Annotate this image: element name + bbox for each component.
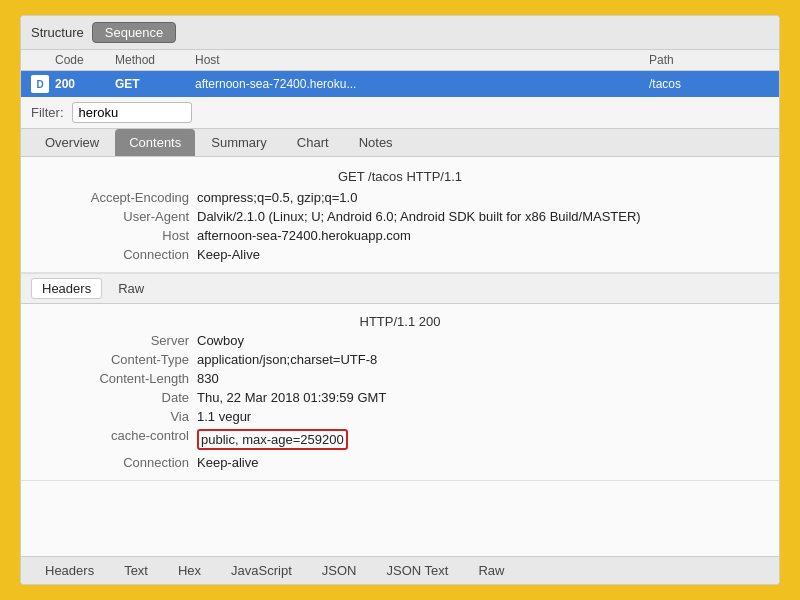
header-key: Host <box>37 228 197 243</box>
col-header-method: Method <box>115 53 195 67</box>
main-panel: Structure Sequence Code Method Host Path… <box>20 15 780 585</box>
sub-tab-raw[interactable]: Raw <box>108 279 154 298</box>
filter-row: Filter: <box>21 97 779 129</box>
tab-notes[interactable]: Notes <box>345 129 407 156</box>
header-key: Server <box>37 333 197 348</box>
request-header-row: Accept-Encodingcompress;q=0.5, gzip;q=1.… <box>37 188 763 207</box>
header-value: compress;q=0.5, gzip;q=1.0 <box>197 190 357 205</box>
col-header-host: Host <box>195 53 649 67</box>
filter-label: Filter: <box>31 105 64 120</box>
request-header-row: ConnectionKeep-Alive <box>37 245 763 264</box>
tab-contents[interactable]: Contents <box>115 129 195 156</box>
response-header-row: cache-controlpublic, max-age=259200 <box>37 426 763 453</box>
header-value: Keep-Alive <box>197 247 260 262</box>
header-key: Via <box>37 409 197 424</box>
response-header-row: Content-Length830 <box>37 369 763 388</box>
row-method: GET <box>115 77 195 91</box>
header-key: Connection <box>37 247 197 262</box>
header-key: Content-Length <box>37 371 197 386</box>
header-key: Accept-Encoding <box>37 190 197 205</box>
header-key: Connection <box>37 455 197 470</box>
header-key: Date <box>37 390 197 405</box>
response-header-row: Content-Typeapplication/json;charset=UTF… <box>37 350 763 369</box>
request-section: GET /tacos HTTP/1.1 Accept-Encodingcompr… <box>21 157 779 273</box>
bottom-tab[interactable]: JavaScript <box>217 557 306 584</box>
row-host: afternoon-sea-72400.heroku... <box>195 77 649 91</box>
header-value: application/json;charset=UTF-8 <box>197 352 377 367</box>
header-value: 830 <box>197 371 219 386</box>
bottom-tab[interactable]: Text <box>110 557 162 584</box>
structure-label: Structure <box>31 25 84 40</box>
content-area: GET /tacos HTTP/1.1 Accept-Encodingcompr… <box>21 157 779 556</box>
sub-tab-headers[interactable]: Headers <box>31 278 102 299</box>
sequence-button[interactable]: Sequence <box>92 22 177 43</box>
bottom-tab[interactable]: Hex <box>164 557 215 584</box>
request-header-row: User-AgentDalvik/2.1.0 (Linux; U; Androi… <box>37 207 763 226</box>
table-header: Code Method Host Path <box>21 50 779 71</box>
tab-chart[interactable]: Chart <box>283 129 343 156</box>
request-header-row: Hostafternoon-sea-72400.herokuapp.com <box>37 226 763 245</box>
header-key: Content-Type <box>37 352 197 367</box>
header-value: Thu, 22 Mar 2018 01:39:59 GMT <box>197 390 386 405</box>
bottom-tabs-container: HeadersTextHexJavaScriptJSONJSON TextRaw <box>31 557 518 584</box>
row-path: /tacos <box>649 77 769 91</box>
bottom-tab[interactable]: JSON Text <box>372 557 462 584</box>
toolbar: Structure Sequence <box>21 16 779 50</box>
bottom-tab[interactable]: Raw <box>464 557 518 584</box>
col-header-path: Path <box>649 53 769 67</box>
request-headers: Accept-Encodingcompress;q=0.5, gzip;q=1.… <box>37 188 763 264</box>
response-headers: ServerCowboyContent-Typeapplication/json… <box>37 331 763 472</box>
bottom-tab[interactable]: JSON <box>308 557 371 584</box>
bottom-tab[interactable]: Headers <box>31 557 108 584</box>
tab-bar: Overview Contents Summary Chart Notes <box>21 129 779 157</box>
tab-summary[interactable]: Summary <box>197 129 281 156</box>
request-row[interactable]: D 200 GET afternoon-sea-72400.heroku... … <box>21 71 779 97</box>
header-value: afternoon-sea-72400.herokuapp.com <box>197 228 411 243</box>
response-header-row: DateThu, 22 Mar 2018 01:39:59 GMT <box>37 388 763 407</box>
tab-overview[interactable]: Overview <box>31 129 113 156</box>
header-value: public, max-age=259200 <box>197 428 348 451</box>
header-value: 1.1 vegur <box>197 409 251 424</box>
response-header-row: ServerCowboy <box>37 331 763 350</box>
request-line: GET /tacos HTTP/1.1 <box>37 165 763 188</box>
response-header-row: ConnectionKeep-alive <box>37 453 763 472</box>
sub-tab-bar: Headers Raw <box>21 273 779 304</box>
header-key: User-Agent <box>37 209 197 224</box>
header-value: Dalvik/2.1.0 (Linux; U; Android 6.0; And… <box>197 209 641 224</box>
bottom-tab-bar: HeadersTextHexJavaScriptJSONJSON TextRaw <box>21 556 779 584</box>
response-header-row: Via1.1 vegur <box>37 407 763 426</box>
cache-control-highlight: public, max-age=259200 <box>197 429 348 450</box>
response-status: HTTP/1.1 200 <box>37 312 763 331</box>
filter-input[interactable] <box>72 102 192 123</box>
row-code: 200 <box>55 77 115 91</box>
header-value: Cowboy <box>197 333 244 348</box>
header-key: cache-control <box>37 428 197 451</box>
col-header-code: Code <box>55 53 115 67</box>
row-icon: D <box>31 75 49 93</box>
header-value: Keep-alive <box>197 455 258 470</box>
response-section: HTTP/1.1 200 ServerCowboyContent-Typeapp… <box>21 304 779 481</box>
